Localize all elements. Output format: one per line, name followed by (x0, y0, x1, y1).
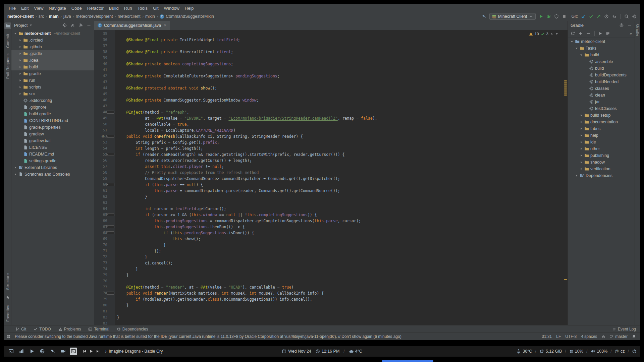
chevron-right-icon[interactable] (579, 120, 583, 124)
gradle-options-button[interactable] (619, 23, 624, 27)
chevron-right-icon[interactable] (579, 147, 583, 151)
project-tree-item-gradlew[interactable]: gradlew (11, 131, 94, 137)
gutter-line-73[interactable]: 73 (94, 260, 115, 266)
project-tree-item-settings-gradle[interactable]: settings.gradle (11, 158, 94, 164)
gradle-tree-item-other[interactable]: other (568, 145, 635, 152)
code-line[interactable]: @Shadow private CompletableFuture<Sugges… (117, 73, 563, 79)
gradle-tree-item-help[interactable]: help (568, 132, 635, 139)
gradle-tree-item-builddependents[interactable]: buildDependents (568, 72, 635, 78)
next-problem-icon[interactable] (555, 32, 558, 36)
chevron-right-icon[interactable] (18, 65, 22, 69)
gradle-tree-item-jar[interactable]: jar (568, 99, 635, 105)
editor[interactable]: 3536373839404142434445464748495051525354… (94, 30, 568, 325)
gutter-line-66[interactable]: 66 (94, 218, 115, 224)
menu-item-refactor[interactable]: Refactor (85, 5, 106, 12)
gradle-tree-item-build[interactable]: build (568, 52, 635, 58)
project-tree-item-idea[interactable]: .idea (11, 57, 94, 64)
menu-item-window[interactable]: Window (161, 5, 182, 12)
chevron-right-icon[interactable] (18, 92, 22, 96)
gutter-line-36[interactable]: 36 (94, 37, 115, 43)
chevron-right-icon[interactable] (579, 161, 583, 164)
code-line[interactable]: @Inject(method = "refresh", (117, 109, 563, 115)
caret-position[interactable]: 31:31 (542, 334, 552, 339)
project-tree-item-gradle[interactable]: .gradle (11, 50, 94, 57)
chevron-right-icon[interactable] (18, 79, 22, 82)
code-line[interactable]: // Pretty much copy&paste from the refre… (117, 170, 563, 176)
project-view-selector[interactable]: Project (14, 23, 33, 28)
gutter-line-54[interactable]: 54 (94, 145, 115, 152)
launcher-terminal[interactable] (7, 348, 15, 355)
menu-item-tools[interactable]: Tools (135, 5, 150, 12)
code-line[interactable]: locals = LocalCapture.CAPTURE_FAILHARD) (117, 127, 563, 133)
gradle-tree-item-publishing[interactable]: publishing (568, 152, 635, 159)
code-line[interactable] (117, 308, 563, 314)
project-tree-item-circleci[interactable]: .circleci (11, 37, 94, 44)
gutter-line-69[interactable]: 69 (94, 236, 115, 242)
debug-button[interactable] (546, 14, 551, 19)
code-line[interactable]: } (117, 194, 563, 200)
breadcrumb-item-meteordevelopment[interactable]: meteordevelopment (76, 14, 113, 19)
gutter-line-80[interactable]: 80 (94, 302, 115, 308)
code-line[interactable]: if (Modules.get().get(NoRender.class).no… (117, 296, 563, 302)
code-line[interactable]: cancellable = true, (117, 121, 563, 127)
toolwindow-switcher-icon[interactable] (7, 335, 11, 339)
gradle-tree-item-buildneeded[interactable]: buildNeeded (568, 78, 635, 85)
project-tree-item-gradle[interactable]: gradle (11, 70, 94, 77)
hide-gradle-panel-button[interactable] (627, 23, 632, 27)
git-history-button[interactable] (604, 14, 609, 19)
gutter-line-47[interactable]: 47 (94, 103, 115, 109)
gradle-tree-item-shadow[interactable]: shadow (568, 159, 635, 166)
project-tree-item-contributing-md[interactable]: CONTRIBUTING.md (11, 117, 94, 124)
gutter-line-41[interactable]: 41 (94, 67, 115, 73)
git-rollback-button[interactable] (612, 14, 616, 19)
gradle-tree-item-fabric[interactable]: fabric (568, 125, 635, 132)
fold-marker-icon[interactable] (106, 292, 114, 295)
gutter-line-50[interactable]: 50 (94, 121, 115, 127)
breadcrumb-item-meteorclient[interactable]: meteorclient (118, 14, 141, 19)
fold-marker-icon[interactable] (106, 231, 114, 234)
fold-marker-icon[interactable] (106, 153, 114, 156)
gutter-line-42[interactable]: 42 (94, 73, 115, 79)
project-tree-item-scripts[interactable]: scripts (11, 84, 94, 90)
chevron-down-icon[interactable] (570, 40, 574, 44)
gradle-tree-item-clean[interactable]: clean (568, 92, 635, 99)
gutter-line-48[interactable]: 48 (94, 109, 115, 115)
code-line[interactable] (117, 278, 563, 284)
chevron-down-icon[interactable] (575, 47, 578, 50)
gradle-tree-item-documentation[interactable]: documentation (568, 119, 635, 125)
menu-item-navigate[interactable]: Navigate (46, 5, 68, 12)
project-tree-item-build[interactable]: build (11, 64, 94, 70)
project-tree-item-github[interactable]: .github (11, 44, 94, 50)
media-prev-button[interactable] (83, 349, 87, 353)
gradle-tree-item-tasks[interactable]: Tasks (568, 45, 635, 52)
code-line[interactable] (117, 79, 563, 85)
menu-item-help[interactable]: Help (182, 5, 197, 12)
hide-project-panel-button[interactable] (87, 23, 91, 27)
gutter-line-43[interactable]: 43 (94, 79, 115, 85)
project-tree-item-run[interactable]: run (11, 77, 94, 84)
gutter-line-39[interactable]: 39 (94, 55, 115, 61)
code-line[interactable]: @Shadow private boolean completingSugges… (117, 61, 563, 67)
project-tree-item-editorconfig[interactable]: .editorconfig (11, 97, 94, 104)
chevron-right-icon[interactable] (579, 167, 583, 171)
gutter-line-63[interactable]: 63 (94, 200, 115, 206)
gradle-tree-item-meteor-client[interactable]: meteor-client (568, 38, 635, 45)
menu-item-view[interactable]: View (31, 5, 46, 12)
menu-item-build[interactable]: Build (106, 5, 121, 12)
file-encoding[interactable]: UTF-8 (565, 334, 577, 339)
code-line[interactable]: reader.setCursor(reader.getCursor() + le… (117, 158, 563, 164)
keyboard-layout-widget[interactable]: cz (615, 349, 625, 354)
project-tree-item-scratches-and-consoles[interactable]: Scratches and Consoles (11, 171, 94, 178)
gutter-line-52[interactable]: 52 (94, 133, 115, 139)
code-line[interactable] (117, 31, 563, 37)
gutter-line-78[interactable]: 78 (94, 290, 115, 296)
breadcrumb-item-mixin[interactable]: mixin (145, 14, 155, 19)
breadcrumb-item-src[interactable]: src (39, 14, 44, 19)
launcher-terminal-active[interactable] (70, 348, 77, 355)
breadcrumb-item-main[interactable]: main (49, 14, 59, 19)
code-line[interactable]: @Shadow protected abstract void show(); (117, 85, 563, 91)
gutter-line-37[interactable]: 37 (94, 43, 115, 49)
code-line[interactable]: } (117, 302, 563, 308)
run-config-selector[interactable]: Minecraft Client (489, 13, 536, 20)
project-tree-item-external-libraries[interactable]: External Libraries (11, 164, 94, 171)
